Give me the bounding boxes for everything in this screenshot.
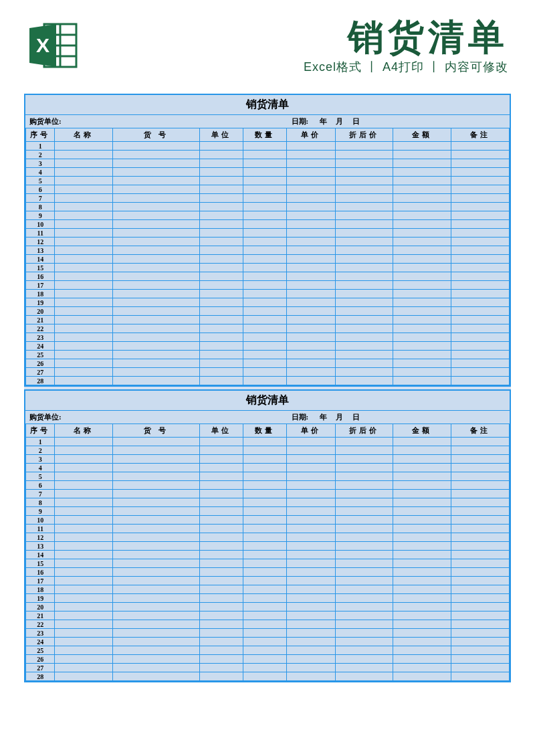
row-seq: 8 (26, 498, 55, 507)
sheet-preview: 销货清单 购货单位: 日期: 年 月 日 序号 名称 (24, 94, 511, 682)
cell (451, 464, 510, 472)
cell (55, 316, 113, 324)
table-row: 3 (26, 455, 510, 464)
cell (451, 324, 510, 333)
table-row: 22 (26, 324, 510, 333)
cell (113, 472, 200, 481)
row-seq: 2 (26, 446, 55, 455)
cell (243, 351, 287, 359)
row-seq: 23 (26, 333, 55, 342)
cell (55, 368, 113, 377)
cell (335, 368, 393, 377)
cell (200, 638, 243, 646)
row-seq: 14 (26, 255, 55, 264)
row-seq: 2 (26, 151, 55, 159)
cell (393, 255, 451, 264)
cell (393, 316, 451, 324)
cell (113, 220, 200, 229)
cell (243, 264, 287, 272)
cell (55, 568, 113, 577)
cell (335, 151, 393, 159)
cell (287, 220, 335, 229)
row-seq: 13 (26, 542, 55, 551)
cell (55, 464, 113, 472)
cell (335, 551, 393, 559)
cell (200, 359, 243, 368)
row-seq: 6 (26, 481, 55, 490)
cell (200, 281, 243, 290)
table-row: 27 (26, 664, 510, 672)
cell (243, 316, 287, 324)
month-label: 月 (336, 116, 343, 126)
table-row: 27 (26, 368, 510, 377)
cell (113, 238, 200, 246)
month-label: 月 (336, 412, 343, 422)
row-seq: 10 (26, 220, 55, 229)
cell (113, 568, 200, 577)
col-price: 单价 (287, 128, 335, 142)
cell (200, 446, 243, 455)
cell (55, 672, 113, 681)
cell (113, 255, 200, 264)
cell (335, 203, 393, 211)
cell (243, 159, 287, 168)
cell (335, 481, 393, 490)
cell (113, 638, 200, 646)
cell (393, 185, 451, 194)
cell (243, 177, 287, 185)
col-name: 名称 (55, 424, 113, 438)
cell (393, 359, 451, 368)
cell (113, 551, 200, 559)
cell (393, 324, 451, 333)
cell (451, 142, 510, 151)
info-row: 购货单位: 日期: 年 月 日 (25, 411, 510, 424)
cell (287, 542, 335, 551)
cell (451, 533, 510, 542)
row-seq: 16 (26, 568, 55, 577)
cell (200, 585, 243, 594)
cell (287, 281, 335, 290)
cell (451, 298, 510, 307)
cell (335, 646, 393, 655)
cell (287, 351, 335, 359)
cell (200, 464, 243, 472)
cell (200, 551, 243, 559)
cell (335, 498, 393, 507)
cell (243, 281, 287, 290)
cell (287, 255, 335, 264)
cell (55, 577, 113, 585)
cell (393, 594, 451, 603)
col-amt: 金额 (393, 424, 451, 438)
cell (55, 585, 113, 594)
cell (393, 603, 451, 611)
table-row: 23 (26, 629, 510, 638)
cell (451, 159, 510, 168)
cell (55, 298, 113, 307)
table-row: 16 (26, 272, 510, 281)
row-seq: 8 (26, 203, 55, 211)
cell (113, 559, 200, 568)
table-row: 8 (26, 498, 510, 507)
table-row: 10 (26, 516, 510, 525)
cell (393, 377, 451, 385)
cell (393, 638, 451, 646)
cell (451, 472, 510, 481)
cell (113, 159, 200, 168)
cell (113, 603, 200, 611)
cell (287, 159, 335, 168)
cell (243, 559, 287, 568)
row-seq: 18 (26, 290, 55, 298)
table-head: 序号 名称 货 号 单位 数量 单价 折后价 金额 备注 (26, 128, 510, 142)
cell (113, 324, 200, 333)
cell (55, 638, 113, 646)
row-seq: 5 (26, 472, 55, 481)
cell (393, 194, 451, 203)
cell (200, 298, 243, 307)
cell (287, 194, 335, 203)
cell (451, 229, 510, 238)
cell (451, 516, 510, 525)
cell (243, 455, 287, 464)
row-seq: 7 (26, 490, 55, 498)
cell (393, 490, 451, 498)
cell (393, 351, 451, 359)
